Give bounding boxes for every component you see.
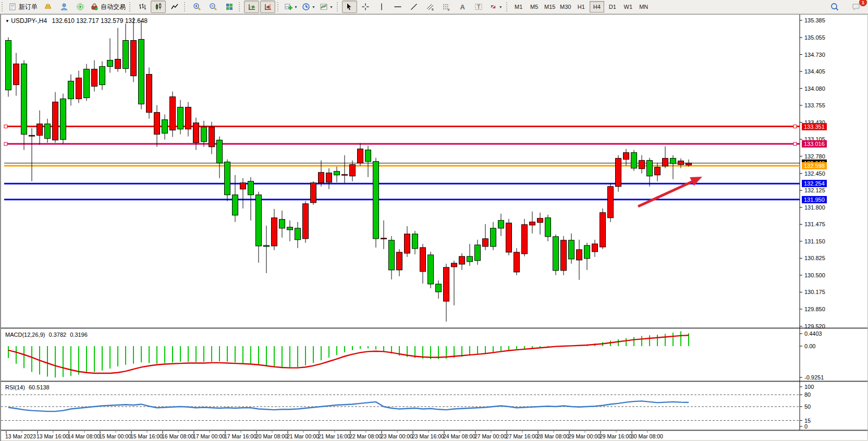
arrows-button[interactable]: ▼	[487, 1, 504, 13]
templates-button[interactable]: ▼	[318, 1, 335, 13]
trend-arrow-annotation[interactable]	[638, 177, 702, 206]
candle-body	[506, 223, 512, 252]
market-watch-button[interactable]	[40, 1, 55, 13]
candle-body	[475, 245, 481, 261]
timeframe-m5[interactable]: M5	[527, 1, 542, 13]
macd-panel: 0.44030.00-0.9251	[8, 330, 824, 381]
candle-body	[37, 124, 43, 136]
resistance-line-2-handle[interactable]	[793, 142, 797, 145]
timeframe-h1[interactable]: H1	[574, 1, 589, 13]
svg-text:21 Mar 16:00: 21 Mar 16:00	[318, 433, 350, 439]
svg-text:134.080: 134.080	[804, 85, 825, 92]
candlestick-chart-button[interactable]	[151, 1, 166, 13]
dropdown-caret-icon[interactable]: ▼	[499, 5, 503, 9]
vline-icon	[377, 3, 386, 11]
svg-text:130.825: 130.825	[804, 255, 825, 261]
dropdown-caret-icon[interactable]: ▼	[329, 5, 333, 9]
auto-scroll-button[interactable]	[244, 1, 259, 13]
channel-icon: E	[426, 3, 434, 11]
svg-text:15 Mar 16:00: 15 Mar 16:00	[130, 433, 163, 439]
svg-text:130.175: 130.175	[804, 289, 825, 295]
vertical-line-button[interactable]	[374, 1, 389, 13]
chart-canvas[interactable]: 135.385135.055134.730134.405134.080133.7…	[1, 15, 867, 441]
timeframe-m1[interactable]: M1	[511, 1, 526, 13]
candle-body	[678, 161, 684, 165]
gold-icon	[44, 3, 52, 11]
svg-text:23 Mar 16:00: 23 Mar 16:00	[412, 433, 444, 439]
tile-windows-button[interactable]	[222, 1, 237, 13]
zoomin-icon	[193, 3, 201, 11]
candle-body	[365, 150, 371, 162]
indicators-button[interactable]: ▼	[283, 1, 299, 13]
crosshair-button[interactable]	[358, 1, 373, 13]
svg-text:0.4403: 0.4403	[804, 330, 822, 337]
candle-body	[373, 162, 379, 239]
candle-body	[272, 218, 277, 246]
candle-body	[303, 204, 309, 239]
timeframe-d1[interactable]: D1	[605, 1, 620, 13]
candle-body	[14, 64, 19, 85]
chart-shift-button[interactable]	[260, 1, 275, 13]
text-label-button[interactable]: T	[471, 1, 486, 13]
candle-body	[6, 41, 11, 90]
svg-text:21 Mar 00:00: 21 Mar 00:00	[287, 433, 319, 439]
resistance-line-2-handle[interactable]	[4, 142, 7, 145]
candle-body	[467, 256, 473, 262]
cursor-button[interactable]	[342, 1, 357, 13]
fibonacci-button[interactable]: F	[439, 1, 454, 13]
horizontal-line-button[interactable]	[390, 1, 406, 13]
signals-button[interactable]	[72, 1, 88, 13]
candle-body	[209, 127, 215, 147]
line-chart-button[interactable]	[167, 1, 182, 13]
zoom-in-button[interactable]	[189, 1, 204, 13]
svg-text:15 Mar 00:00: 15 Mar 00:00	[99, 433, 131, 439]
svg-text:135.055: 135.055	[804, 34, 825, 41]
dropdown-caret-icon[interactable]: ▼	[294, 5, 298, 9]
macd-label: MACD(12,26,9) 0.3782 0.3196	[5, 332, 88, 338]
bar-chart-button[interactable]	[135, 1, 150, 13]
rsi-label: RSI(14) 60.5138	[5, 384, 50, 390]
svg-text:27 Mar 00:00: 27 Mar 00:00	[474, 433, 507, 439]
new-order-button[interactable]: 新订单	[7, 1, 39, 13]
svg-text:28 Mar 08:00: 28 Mar 08:00	[537, 433, 569, 439]
price-badge-132.254: 132.254	[802, 180, 827, 187]
toolbar-grip	[506, 2, 509, 11]
timeframe-h4[interactable]: H4	[590, 1, 604, 13]
toolbar: 新订单自动交易▼▼▼EFAT▼M1M5M15M30H1H4D1W1MN1	[0, 0, 868, 14]
zoomout-icon	[209, 3, 217, 11]
candle-body	[186, 107, 191, 129]
resistance-line-1-handle[interactable]	[793, 125, 797, 128]
candle-body	[170, 97, 176, 130]
candles-icon	[154, 3, 163, 11]
svg-text:134.730: 134.730	[804, 52, 825, 58]
candle-body	[53, 102, 58, 140]
timeframe-m15[interactable]: M15	[543, 1, 557, 13]
chart-dropdown-icon[interactable]: ▼	[5, 19, 9, 23]
toolbar-grip	[277, 2, 280, 11]
svg-text:50: 50	[804, 403, 811, 410]
candle-body	[84, 69, 90, 98]
zoom-out-button[interactable]	[205, 1, 221, 13]
autotrading-button[interactable]: 自动交易	[89, 1, 127, 13]
svg-text:17 Mar 00:00: 17 Mar 00:00	[193, 433, 225, 439]
trendline-button[interactable]	[407, 1, 422, 13]
chart-title: ▼ USDJPY-,H4 132.610 132.717 132.579 132…	[5, 17, 148, 24]
timeframe-m30[interactable]: M30	[558, 1, 573, 13]
timeframe-mn[interactable]: MN	[637, 1, 651, 13]
hline-icon	[394, 3, 402, 11]
search-button[interactable]	[827, 1, 842, 13]
candle-body	[436, 284, 442, 292]
resistance-line-1-handle[interactable]	[4, 125, 7, 128]
text-button[interactable]: A	[455, 1, 470, 13]
toolbar-grip	[129, 2, 132, 11]
candle-body	[76, 78, 82, 99]
candle-body	[256, 195, 262, 246]
dropdown-caret-icon[interactable]: ▼	[312, 5, 315, 9]
candle-body	[240, 183, 246, 189]
autotrading-button-label: 自动交易	[101, 3, 126, 11]
timeframe-w1[interactable]: W1	[621, 1, 635, 13]
community-button[interactable]	[56, 1, 71, 13]
candle-body	[60, 99, 66, 140]
periods-button[interactable]: ▼	[300, 1, 317, 13]
equidistant-channel-button[interactable]: E	[423, 1, 438, 13]
